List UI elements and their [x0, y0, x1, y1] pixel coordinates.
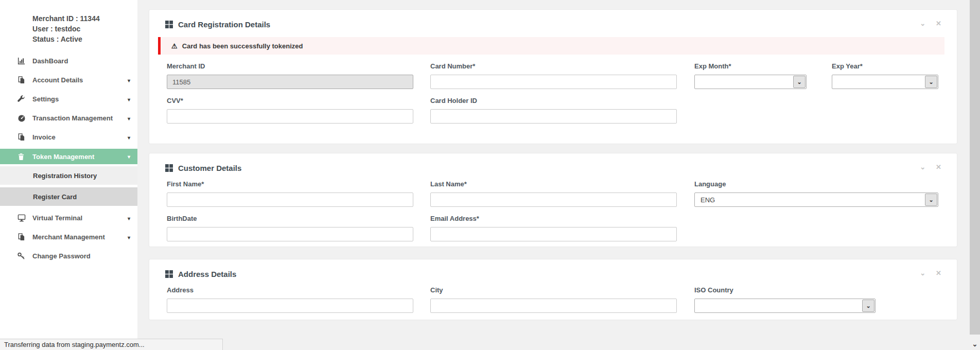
last-name-label: Last Name* — [430, 180, 677, 188]
monitor-icon — [18, 214, 32, 222]
panel-title: Card Registration Details — [178, 20, 270, 29]
collapse-icon[interactable]: ⌄ — [920, 270, 925, 277]
sidebar-item-label: Change Password — [32, 252, 91, 260]
merchant-id-label: Merchant ID — [167, 62, 413, 70]
sidebar-item-virtual-terminal[interactable]: Virtual Terminal ▾ — [0, 208, 137, 227]
status-bar-text: Transferring data from staging.paymentz.… — [4, 341, 145, 348]
sidebar-item-account-details[interactable]: Account Details ▾ — [0, 71, 137, 90]
first-name-group: First Name* — [167, 180, 413, 207]
customer-details-panel: Customer Details ⌄ ✕ First Name* Last Na… — [149, 153, 957, 247]
caret-down-icon: ▾ — [128, 77, 130, 83]
first-name-label: First Name* — [167, 180, 413, 188]
address-label: Address — [167, 286, 413, 294]
caret-down-icon: ▾ — [128, 96, 130, 102]
chevron-down-icon: ⌄ — [925, 194, 937, 206]
panel-controls: ⌄ ✕ — [920, 20, 941, 27]
sidebar-item-settings[interactable]: Settings ▾ — [0, 90, 137, 109]
sidebar-item-dashboard[interactable]: DashBoard — [0, 51, 137, 71]
sidebar-nav: DashBoard Account Details ▾ Settings ▾ T… — [0, 51, 137, 266]
sidebar-item-token-management[interactable]: Token Management ▾ — [0, 149, 137, 164]
language-value: ENG — [695, 196, 925, 204]
address-field[interactable] — [167, 299, 413, 313]
close-icon[interactable]: ✕ — [936, 20, 941, 27]
card-holder-id-group: Card Holder ID — [430, 97, 677, 124]
merchant-id-text: Merchant ID : 11344 — [32, 13, 132, 24]
tachometer-icon — [18, 114, 32, 122]
exp-month-select[interactable]: ⌄ — [694, 75, 807, 89]
iso-country-label: ISO Country — [694, 286, 876, 294]
caret-down-icon: ▾ — [128, 234, 130, 240]
email-address-field[interactable] — [430, 227, 677, 241]
sidebar: Merchant ID : 11344 User : testdoc Statu… — [0, 0, 137, 350]
sidebar-item-label: Invoice — [32, 133, 56, 141]
alert-text: Card has been successfully tokenized — [182, 42, 303, 50]
sidebar-item-registration-history[interactable]: Registration History — [0, 166, 137, 185]
sidebar-item-register-card[interactable]: Register Card — [0, 187, 137, 206]
sidebar-item-invoice[interactable]: Invoice ▾ — [0, 128, 137, 147]
chevron-down-icon: ⌄ — [793, 76, 806, 88]
card-holder-id-field[interactable] — [430, 109, 677, 124]
scrollbar-thumb[interactable] — [970, 0, 980, 335]
invoice-icon — [18, 133, 32, 141]
main-content: Card Registration Details ⌄ ✕ ⚠ Card has… — [137, 0, 970, 350]
exp-year-group: Exp Year* ⌄ — [832, 62, 938, 89]
chevron-down-icon: ⌄ — [925, 76, 937, 88]
token-icon — [18, 153, 32, 161]
sidebar-item-label: Transaction Management — [32, 114, 113, 122]
cvv-field[interactable] — [167, 109, 413, 124]
merchant-info: Merchant ID : 11344 User : testdoc Statu… — [0, 0, 137, 44]
warning-icon: ⚠ — [171, 42, 178, 50]
bar-chart-icon — [18, 57, 32, 65]
sidebar-item-change-password[interactable]: Change Password — [0, 247, 137, 266]
card-number-field[interactable] — [430, 75, 677, 89]
panel-controls: ⌄ ✕ — [920, 164, 941, 171]
panel-title: Address Details — [178, 270, 236, 278]
exp-year-select[interactable]: ⌄ — [832, 75, 938, 89]
city-label: City — [430, 286, 677, 294]
address-details-panel: Address Details ⌄ ✕ Address City ISO Cou… — [149, 259, 957, 320]
last-name-field[interactable] — [430, 192, 677, 207]
grid-icon — [165, 164, 173, 172]
exp-month-label: Exp Month* — [694, 62, 807, 70]
form-row: BirthDate Email Address* — [149, 215, 957, 241]
scroll-down-icon[interactable]: ⌄ — [970, 339, 980, 349]
caret-down-icon: ▾ — [128, 154, 130, 160]
grid-icon — [165, 270, 173, 278]
language-group: Language ENG ⌄ — [694, 180, 938, 207]
chevron-down-icon: ⌄ — [862, 300, 874, 312]
form-row: CVV* Card Holder ID — [149, 97, 957, 124]
exp-month-group: Exp Month* ⌄ — [694, 62, 807, 89]
success-alert: ⚠ Card has been successfully tokenized — [158, 37, 944, 55]
first-name-field[interactable] — [167, 192, 413, 207]
collapse-icon[interactable]: ⌄ — [920, 20, 925, 27]
caret-down-icon: ▾ — [128, 134, 130, 140]
form-row: Merchant ID Card Number* Exp Month* ⌄ Ex… — [149, 62, 957, 89]
wrench-icon — [18, 95, 32, 103]
close-icon[interactable]: ✕ — [936, 270, 941, 277]
panel-header: Address Details — [149, 259, 957, 278]
card-number-group: Card Number* — [430, 62, 677, 89]
caret-down-icon: ▾ — [128, 215, 130, 221]
sidebar-item-transaction-management[interactable]: Transaction Management ▾ — [0, 109, 137, 128]
card-holder-id-label: Card Holder ID — [430, 97, 677, 104]
sidebar-item-label: Register Card — [33, 193, 77, 201]
birthdate-field[interactable] — [167, 227, 413, 241]
user-text: User : testdoc — [32, 24, 132, 34]
address-group: Address — [167, 286, 413, 313]
language-select[interactable]: ENG ⌄ — [694, 192, 938, 207]
cvv-group: CVV* — [167, 97, 413, 124]
collapse-icon[interactable]: ⌄ — [920, 164, 925, 171]
iso-country-select[interactable]: ⌄ — [694, 299, 876, 313]
caret-down-icon: ▾ — [128, 115, 130, 121]
form-row: Address City ISO Country ⌄ — [149, 286, 957, 313]
browser-status-bar: Transferring data from staging.paymentz.… — [0, 339, 223, 350]
card-number-label: Card Number* — [430, 62, 677, 70]
city-field[interactable] — [430, 299, 677, 313]
vertical-scrollbar: ⌄ — [970, 0, 980, 350]
sidebar-item-merchant-management[interactable]: Merchant Management ▾ — [0, 227, 137, 247]
email-address-label: Email Address* — [430, 215, 677, 222]
panel-controls: ⌄ ✕ — [920, 270, 941, 277]
exp-year-label: Exp Year* — [832, 62, 938, 70]
close-icon[interactable]: ✕ — [936, 164, 941, 171]
city-group: City — [430, 286, 677, 313]
